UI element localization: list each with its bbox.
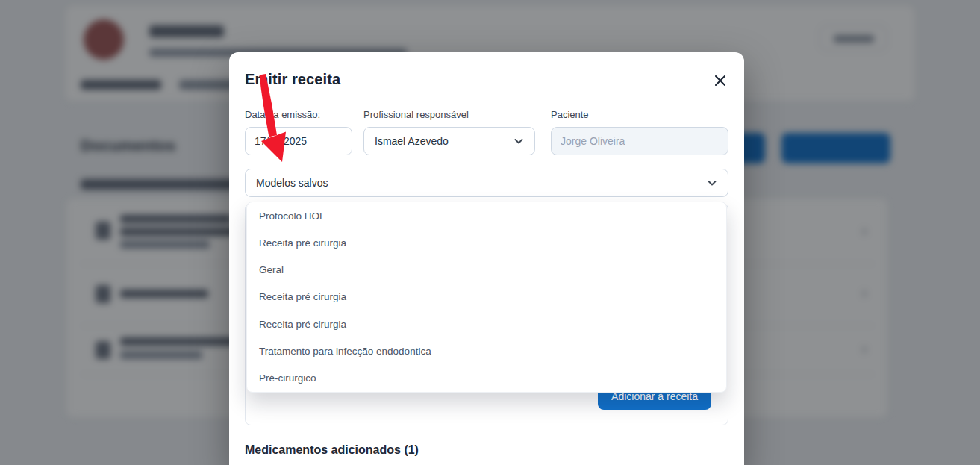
dropdown-option[interactable]: Pré-cirurgico <box>247 365 726 392</box>
date-input[interactable] <box>245 127 352 155</box>
dropdown-option[interactable]: Receita pré cirurgia <box>247 284 726 310</box>
professional-select-value: Ismael Azevedo <box>375 135 449 147</box>
dropdown-option[interactable]: Geral <box>247 257 726 284</box>
professional-label: Profissional responsável <box>363 109 535 120</box>
patient-label: Paciente <box>551 109 728 120</box>
close-icon[interactable] <box>712 72 728 89</box>
patient-input <box>551 127 728 155</box>
dropdown-option[interactable]: Protocolo HOF <box>247 202 726 229</box>
modal-title: Emitir receita <box>245 71 340 88</box>
dropdown-option[interactable]: Tratamento para infecção endodontica <box>247 337 726 364</box>
medications-added-heading: Medicamentos adicionados (1) <box>245 443 728 457</box>
saved-templates-select[interactable]: Modelos salvos <box>245 169 728 197</box>
chevron-down-icon <box>514 136 524 146</box>
dropdown-option[interactable]: Receita pré cirurgia <box>247 310 726 337</box>
dropdown-option[interactable]: Receita pré cirurgia <box>247 229 726 256</box>
saved-templates-placeholder: Modelos salvos <box>256 177 328 189</box>
professional-select[interactable]: Ismael Azevedo <box>363 127 535 155</box>
emit-prescription-modal: Emitir receita Data da emissão: Profissi… <box>229 52 744 465</box>
date-label: Data da emissão: <box>245 109 352 120</box>
saved-templates-dropdown: Protocolo HOFReceita pré cirurgiaGeralRe… <box>246 202 727 393</box>
chevron-down-icon <box>707 178 717 188</box>
